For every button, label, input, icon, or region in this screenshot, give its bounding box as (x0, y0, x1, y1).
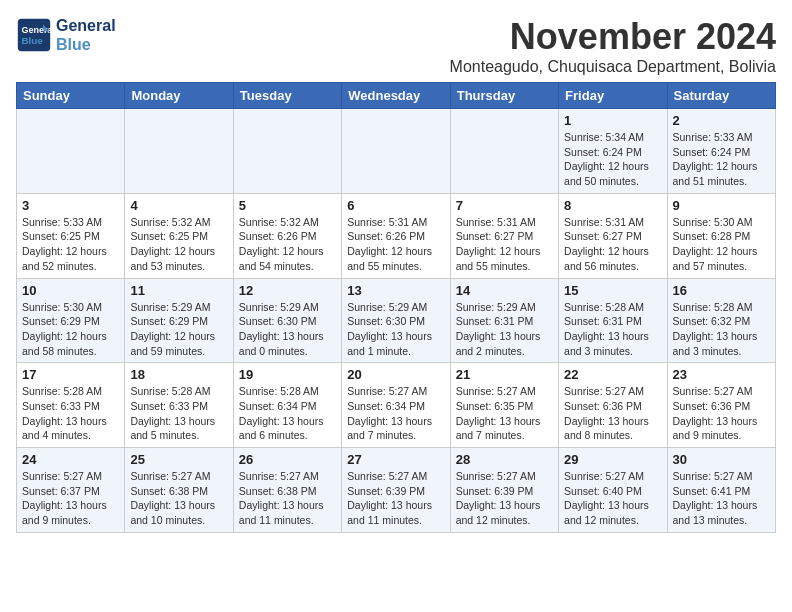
calendar-cell: 24Sunrise: 5:27 AM Sunset: 6:37 PM Dayli… (17, 448, 125, 533)
calendar-week-2: 10Sunrise: 5:30 AM Sunset: 6:29 PM Dayli… (17, 278, 776, 363)
day-number: 1 (564, 113, 661, 128)
day-number: 3 (22, 198, 119, 213)
calendar-cell: 23Sunrise: 5:27 AM Sunset: 6:36 PM Dayli… (667, 363, 775, 448)
day-number: 12 (239, 283, 336, 298)
day-number: 19 (239, 367, 336, 382)
day-number: 24 (22, 452, 119, 467)
day-info: Sunrise: 5:29 AM Sunset: 6:30 PM Dayligh… (347, 300, 444, 359)
day-number: 26 (239, 452, 336, 467)
day-info: Sunrise: 5:30 AM Sunset: 6:28 PM Dayligh… (673, 215, 770, 274)
day-info: Sunrise: 5:27 AM Sunset: 6:36 PM Dayligh… (564, 384, 661, 443)
location-title: Monteagudo, Chuquisaca Department, Boliv… (450, 58, 776, 76)
title-block: November 2024 Monteagudo, Chuquisaca Dep… (450, 16, 776, 76)
calendar-cell: 11Sunrise: 5:29 AM Sunset: 6:29 PM Dayli… (125, 278, 233, 363)
day-info: Sunrise: 5:29 AM Sunset: 6:31 PM Dayligh… (456, 300, 553, 359)
day-info: Sunrise: 5:27 AM Sunset: 6:37 PM Dayligh… (22, 469, 119, 528)
day-number: 18 (130, 367, 227, 382)
day-number: 17 (22, 367, 119, 382)
calendar-cell: 26Sunrise: 5:27 AM Sunset: 6:38 PM Dayli… (233, 448, 341, 533)
calendar-cell: 3Sunrise: 5:33 AM Sunset: 6:25 PM Daylig… (17, 193, 125, 278)
calendar-cell: 27Sunrise: 5:27 AM Sunset: 6:39 PM Dayli… (342, 448, 450, 533)
day-number: 10 (22, 283, 119, 298)
calendar-cell: 17Sunrise: 5:28 AM Sunset: 6:33 PM Dayli… (17, 363, 125, 448)
calendar-cell (450, 109, 558, 194)
day-number: 9 (673, 198, 770, 213)
calendar-cell: 10Sunrise: 5:30 AM Sunset: 6:29 PM Dayli… (17, 278, 125, 363)
calendar-week-4: 24Sunrise: 5:27 AM Sunset: 6:37 PM Dayli… (17, 448, 776, 533)
calendar-cell: 21Sunrise: 5:27 AM Sunset: 6:35 PM Dayli… (450, 363, 558, 448)
calendar-cell: 8Sunrise: 5:31 AM Sunset: 6:27 PM Daylig… (559, 193, 667, 278)
day-number: 8 (564, 198, 661, 213)
day-info: Sunrise: 5:27 AM Sunset: 6:38 PM Dayligh… (130, 469, 227, 528)
day-number: 28 (456, 452, 553, 467)
day-number: 25 (130, 452, 227, 467)
day-info: Sunrise: 5:31 AM Sunset: 6:26 PM Dayligh… (347, 215, 444, 274)
day-info: Sunrise: 5:27 AM Sunset: 6:40 PM Dayligh… (564, 469, 661, 528)
calendar-cell: 20Sunrise: 5:27 AM Sunset: 6:34 PM Dayli… (342, 363, 450, 448)
calendar-cell (233, 109, 341, 194)
logo-text: General Blue (56, 16, 116, 54)
day-number: 5 (239, 198, 336, 213)
day-number: 23 (673, 367, 770, 382)
day-number: 2 (673, 113, 770, 128)
day-number: 6 (347, 198, 444, 213)
calendar-cell: 12Sunrise: 5:29 AM Sunset: 6:30 PM Dayli… (233, 278, 341, 363)
day-number: 15 (564, 283, 661, 298)
logo: General Blue General Blue (16, 16, 116, 54)
day-info: Sunrise: 5:28 AM Sunset: 6:33 PM Dayligh… (130, 384, 227, 443)
calendar-cell: 1Sunrise: 5:34 AM Sunset: 6:24 PM Daylig… (559, 109, 667, 194)
day-number: 20 (347, 367, 444, 382)
day-info: Sunrise: 5:28 AM Sunset: 6:33 PM Dayligh… (22, 384, 119, 443)
day-info: Sunrise: 5:29 AM Sunset: 6:30 PM Dayligh… (239, 300, 336, 359)
day-number: 4 (130, 198, 227, 213)
day-info: Sunrise: 5:32 AM Sunset: 6:26 PM Dayligh… (239, 215, 336, 274)
day-info: Sunrise: 5:30 AM Sunset: 6:29 PM Dayligh… (22, 300, 119, 359)
day-info: Sunrise: 5:33 AM Sunset: 6:24 PM Dayligh… (673, 130, 770, 189)
day-info: Sunrise: 5:27 AM Sunset: 6:34 PM Dayligh… (347, 384, 444, 443)
calendar-cell: 16Sunrise: 5:28 AM Sunset: 6:32 PM Dayli… (667, 278, 775, 363)
weekday-friday: Friday (559, 83, 667, 109)
svg-text:Blue: Blue (21, 35, 43, 46)
calendar-cell: 30Sunrise: 5:27 AM Sunset: 6:41 PM Dayli… (667, 448, 775, 533)
weekday-sunday: Sunday (17, 83, 125, 109)
day-info: Sunrise: 5:28 AM Sunset: 6:31 PM Dayligh… (564, 300, 661, 359)
calendar-cell: 15Sunrise: 5:28 AM Sunset: 6:31 PM Dayli… (559, 278, 667, 363)
day-info: Sunrise: 5:33 AM Sunset: 6:25 PM Dayligh… (22, 215, 119, 274)
day-info: Sunrise: 5:32 AM Sunset: 6:25 PM Dayligh… (130, 215, 227, 274)
day-info: Sunrise: 5:27 AM Sunset: 6:41 PM Dayligh… (673, 469, 770, 528)
day-info: Sunrise: 5:27 AM Sunset: 6:39 PM Dayligh… (347, 469, 444, 528)
calendar-cell: 2Sunrise: 5:33 AM Sunset: 6:24 PM Daylig… (667, 109, 775, 194)
day-number: 16 (673, 283, 770, 298)
calendar-cell: 7Sunrise: 5:31 AM Sunset: 6:27 PM Daylig… (450, 193, 558, 278)
calendar-cell: 22Sunrise: 5:27 AM Sunset: 6:36 PM Dayli… (559, 363, 667, 448)
weekday-header-row: SundayMondayTuesdayWednesdayThursdayFrid… (17, 83, 776, 109)
logo-general: General (56, 16, 116, 35)
calendar-cell: 13Sunrise: 5:29 AM Sunset: 6:30 PM Dayli… (342, 278, 450, 363)
calendar-cell: 28Sunrise: 5:27 AM Sunset: 6:39 PM Dayli… (450, 448, 558, 533)
calendar-week-1: 3Sunrise: 5:33 AM Sunset: 6:25 PM Daylig… (17, 193, 776, 278)
day-info: Sunrise: 5:27 AM Sunset: 6:36 PM Dayligh… (673, 384, 770, 443)
weekday-monday: Monday (125, 83, 233, 109)
day-number: 22 (564, 367, 661, 382)
weekday-tuesday: Tuesday (233, 83, 341, 109)
day-number: 7 (456, 198, 553, 213)
logo-blue: Blue (56, 35, 116, 54)
day-number: 27 (347, 452, 444, 467)
month-title: November 2024 (450, 16, 776, 58)
day-number: 21 (456, 367, 553, 382)
calendar-cell: 5Sunrise: 5:32 AM Sunset: 6:26 PM Daylig… (233, 193, 341, 278)
calendar-cell: 4Sunrise: 5:32 AM Sunset: 6:25 PM Daylig… (125, 193, 233, 278)
calendar-table: SundayMondayTuesdayWednesdayThursdayFrid… (16, 82, 776, 533)
day-info: Sunrise: 5:27 AM Sunset: 6:35 PM Dayligh… (456, 384, 553, 443)
calendar-cell: 19Sunrise: 5:28 AM Sunset: 6:34 PM Dayli… (233, 363, 341, 448)
day-number: 11 (130, 283, 227, 298)
day-info: Sunrise: 5:27 AM Sunset: 6:38 PM Dayligh… (239, 469, 336, 528)
day-info: Sunrise: 5:29 AM Sunset: 6:29 PM Dayligh… (130, 300, 227, 359)
day-info: Sunrise: 5:28 AM Sunset: 6:32 PM Dayligh… (673, 300, 770, 359)
calendar-cell (17, 109, 125, 194)
calendar-cell: 14Sunrise: 5:29 AM Sunset: 6:31 PM Dayli… (450, 278, 558, 363)
day-number: 14 (456, 283, 553, 298)
calendar-cell: 18Sunrise: 5:28 AM Sunset: 6:33 PM Dayli… (125, 363, 233, 448)
weekday-wednesday: Wednesday (342, 83, 450, 109)
calendar-cell: 29Sunrise: 5:27 AM Sunset: 6:40 PM Dayli… (559, 448, 667, 533)
